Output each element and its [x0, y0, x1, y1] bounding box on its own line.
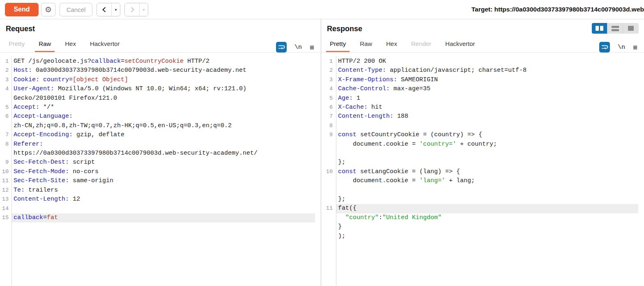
cancel-button[interactable]: Cancel	[60, 3, 92, 16]
code-line: const setLangCookie = (lang) => {	[336, 167, 638, 176]
code-line: Referer:	[12, 140, 315, 149]
editor-row: 10const setLangCookie = (lang) => {	[321, 167, 638, 176]
editor-row: 13Content-Length: 12	[0, 195, 315, 204]
send-button[interactable]: Send	[5, 3, 39, 16]
code-line: };	[336, 195, 638, 204]
rows-icon	[612, 29, 619, 31]
code-line: "country":"United Kingdom"	[336, 213, 638, 222]
code-line: document.cookie = 'lang=' + lang;	[336, 176, 638, 185]
settings-gear-button[interactable]: ⚙	[41, 3, 55, 16]
tab-pretty[interactable]: Pretty	[5, 38, 28, 52]
code-line: Host: 0a0300d30373397980b3714c0079003d.w…	[12, 66, 315, 75]
code-line: fat({	[336, 204, 638, 213]
line-number: 9	[321, 130, 336, 140]
layout-columns-button[interactable]	[592, 23, 607, 34]
back-dropdown-button[interactable]: ▾	[111, 3, 120, 16]
columns-icon	[600, 26, 603, 31]
tab-pretty[interactable]: Pretty	[326, 38, 350, 52]
response-editor[interactable]: 1HTTP/2 200 OK2Content-Type: application…	[321, 56, 644, 286]
editor-row: document.cookie = 'lang=' + lang;	[321, 176, 638, 185]
code-line: }	[336, 222, 638, 231]
layout-single-button[interactable]	[623, 23, 639, 34]
line-number: 11	[321, 204, 336, 213]
code-line: Age: 1	[336, 94, 638, 103]
code-line: HTTP/2 200 OK	[336, 57, 638, 66]
forward-button[interactable]	[125, 3, 139, 16]
line-number: 4	[0, 85, 12, 94]
tab-raw[interactable]: Raw	[356, 38, 376, 52]
repeater-toolbar: Send ⚙ Cancel ▾ ▾ Target: https://0a0300…	[0, 0, 644, 19]
editor-menu-icon[interactable]: ≡	[310, 43, 314, 51]
layout-rows-button[interactable]	[607, 23, 623, 34]
request-tabs: PrettyRawHexHackvertor	[0, 38, 321, 53]
back-button[interactable]	[97, 3, 111, 16]
line-number: 1	[321, 57, 336, 66]
chevron-left-icon	[101, 7, 107, 13]
chevron-down-icon: ▾	[115, 7, 117, 12]
line-number	[0, 121, 12, 130]
editor-row: 11Sec-Fetch-Site: same-origin	[0, 176, 315, 185]
editor-row: 8	[321, 121, 638, 130]
line-number: 4	[321, 85, 336, 94]
editor-row: 15callback=fat	[0, 213, 315, 222]
editor-row: 7Content-Length: 188	[321, 112, 638, 121]
single-pane-icon	[628, 26, 634, 31]
editor-row: Gecko/20100101 Firefox/121.0	[0, 94, 315, 103]
line-number	[0, 149, 12, 158]
chevron-down-icon: ▾	[143, 7, 145, 12]
editor-row: );	[321, 232, 638, 241]
code-line	[336, 186, 638, 195]
rows-icon	[612, 26, 619, 28]
line-number: 7	[321, 112, 336, 121]
tab-hackvertor[interactable]: Hackvertor	[442, 38, 479, 52]
line-number	[321, 176, 336, 185]
tab-hackvertor[interactable]: Hackvertor	[86, 38, 124, 52]
line-number: 12	[0, 186, 12, 195]
forward-dropdown-button[interactable]: ▾	[139, 3, 148, 16]
line-number: 7	[0, 130, 12, 140]
code-line: Content-Length: 188	[336, 112, 638, 121]
request-editor[interactable]: 1GET /js/geolocate.js?callback=setCountr…	[0, 56, 321, 286]
editor-row: 7Accept-Encoding: gzip, deflate	[0, 130, 315, 140]
history-forward-combo: ▾	[124, 3, 148, 16]
editor-row: 2Content-Type: application/javascript; c…	[321, 66, 638, 75]
line-number: 2	[0, 66, 12, 75]
editor-row: 11fat({	[321, 204, 638, 213]
line-number: 3	[0, 76, 12, 85]
line-number: 15	[0, 213, 12, 222]
line-number: 9	[0, 158, 12, 167]
line-number	[0, 94, 12, 103]
tab-render[interactable]: Render	[407, 38, 435, 52]
editor-row: 5Accept: */*	[0, 103, 315, 112]
response-editor-icons: \n ≡	[599, 42, 637, 53]
word-wrap-toggle-button[interactable]	[276, 42, 287, 53]
editor-row: };	[321, 158, 638, 167]
line-number: 11	[0, 176, 12, 185]
editor-row: 1HTTP/2 200 OK	[321, 57, 638, 66]
line-number: 13	[0, 195, 12, 204]
line-number: 10	[0, 167, 12, 176]
show-newlines-toggle[interactable]: \n	[294, 44, 302, 51]
editor-menu-icon[interactable]: ≡	[633, 43, 637, 51]
line-number: 2	[321, 66, 336, 75]
code-line: Content-Type: application/javascript; ch…	[336, 66, 638, 75]
word-wrap-toggle-button[interactable]	[599, 42, 610, 53]
code-line: User-Agent: Mozilla/5.0 (Windows NT 10.0…	[12, 85, 315, 94]
editor-row	[321, 149, 638, 158]
tab-hex[interactable]: Hex	[61, 38, 80, 52]
tab-raw[interactable]: Raw	[35, 38, 55, 52]
tab-hex[interactable]: Hex	[382, 38, 401, 52]
response-panel-header: Response PrettyRawHexRenderHackvertor \n…	[321, 19, 644, 56]
show-newlines-toggle[interactable]: \n	[618, 44, 625, 51]
code-line: Gecko/20100101 Firefox/121.0	[12, 94, 315, 103]
code-line: Accept-Language:	[12, 112, 315, 121]
line-number	[321, 149, 336, 158]
code-line: Accept: */*	[12, 103, 315, 112]
request-panel: Request PrettyRawHexHackvertor \n ≡ 1GET…	[0, 19, 321, 286]
chevron-right-icon	[129, 7, 135, 13]
editor-row: 6X-Cache: hit	[321, 103, 638, 112]
editor-row: 9const setCountryCookie = (country) => {	[321, 130, 638, 140]
target-url-value: https://0a0300d30373397980b3714c0079003d…	[494, 6, 644, 13]
editor-row: zh-CN,zh;q=0.8,zh-TW;q=0.7,zh-HK;q=0.5,e…	[0, 121, 315, 130]
line-number	[321, 222, 336, 231]
